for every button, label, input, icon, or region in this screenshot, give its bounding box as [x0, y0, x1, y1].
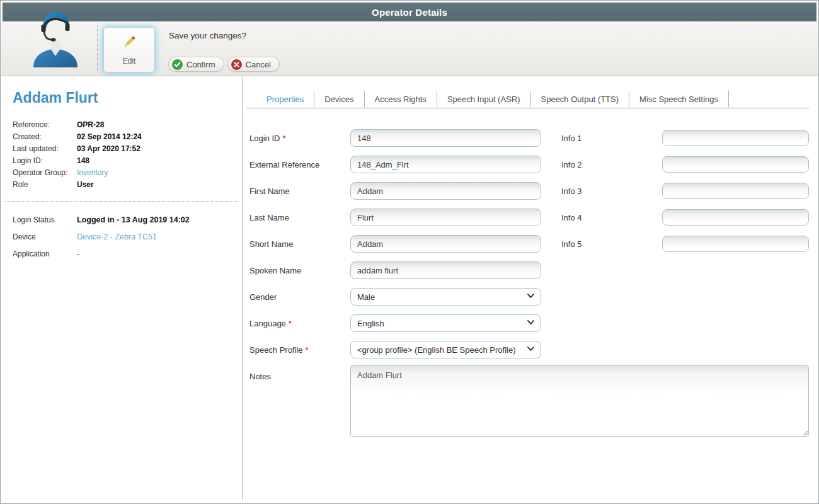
detail-label: Login ID: [13, 156, 77, 165]
operator-details-window: { "window": { "title": "Operator Details… [0, 0, 819, 504]
tab-speech-input-asr[interactable]: Speech Input (ASR) [437, 91, 531, 107]
status-label: Application [13, 249, 77, 258]
status-label: Login Status [13, 215, 77, 224]
status-label: Device [13, 232, 77, 241]
field-label: Notes [249, 365, 350, 437]
first-name-input[interactable] [350, 182, 541, 200]
detail-label: Last updated: [13, 144, 77, 153]
info-5-input[interactable] [662, 236, 809, 252]
pencil-icon [121, 34, 137, 53]
tab-properties[interactable]: Properties [256, 91, 314, 107]
device-link[interactable]: Device-2 - Zebra TC51 [77, 232, 157, 241]
detail-row-created: Created: 02 Sep 2014 12:24 [13, 130, 142, 142]
form-row-external-reference: External Reference [249, 151, 541, 178]
operator-summary-sidebar: Addam Flurt Reference: OPR-28 Created: 0… [1, 77, 242, 500]
detail-label: Reference: [13, 120, 77, 129]
form-row-spoken-name: Spoken Name [249, 257, 541, 284]
operator-group-link[interactable]: Inventory [77, 168, 108, 177]
spoken-name-input[interactable] [350, 261, 541, 279]
toolbar: Edit Save your changes? Confirm C [1, 21, 818, 76]
cancel-button[interactable]: Cancel [227, 57, 280, 72]
form-row-speech-profile: Speech Profile* <group profile> (English… [249, 336, 541, 363]
detail-row-operator-group: Operator Group: Inventory [13, 166, 142, 178]
form-row-last-name: Last Name [249, 204, 541, 231]
toolbar-separator [97, 26, 98, 72]
field-label: First Name [249, 186, 350, 196]
info-2-input[interactable] [662, 156, 809, 173]
cancel-x-icon [231, 59, 242, 70]
detail-row-last-updated: Last updated: 03 Apr 2020 17:52 [13, 142, 142, 154]
required-marker: * [306, 345, 309, 355]
tab-speech-output-tts[interactable]: Speech Output (TTS) [531, 91, 630, 107]
tab-misc-speech-settings[interactable]: Misc Speech Settings [629, 91, 729, 107]
field-label: External Reference [249, 160, 350, 169]
speech-profile-select[interactable]: <group profile> (English BE Speech Profi… [350, 341, 541, 358]
gender-select[interactable]: Male [350, 288, 541, 306]
operator-details-block: Reference: OPR-28 Created: 02 Sep 2014 1… [13, 118, 142, 190]
form-row-notes: Notes Addam Flurt [249, 365, 809, 437]
confirm-button-label: Confirm [186, 60, 215, 69]
detail-label: Role [13, 180, 77, 189]
detail-value: User [77, 180, 94, 189]
edit-button-label: Edit [123, 57, 136, 66]
form-row-gender: Gender Male [249, 284, 541, 310]
field-label: Speech Profile* [249, 345, 350, 355]
field-label: Spoken Name [249, 266, 350, 275]
language-select[interactable]: English [350, 314, 541, 332]
confirm-button[interactable]: Confirm [168, 57, 224, 72]
notes-textarea[interactable]: Addam Flurt [350, 365, 809, 437]
sidebar-separator [4, 201, 239, 202]
field-label: Language* [249, 319, 350, 328]
field-label: Last Name [249, 213, 350, 222]
tab-access-rights[interactable]: Access Rights [365, 91, 437, 107]
form-row-info-4: Info 4 [561, 204, 809, 231]
form-row-info-2: Info 2 [561, 151, 809, 178]
last-name-input[interactable] [350, 209, 541, 226]
info-4-input[interactable] [662, 209, 809, 226]
operator-name-heading: Addam Flurt [13, 89, 98, 106]
form-row-info-3: Info 3 [561, 178, 809, 204]
field-label: Info 1 [561, 134, 662, 143]
field-label: Login ID* [249, 134, 350, 143]
confirm-cancel-row: Confirm Cancel [168, 57, 280, 72]
field-label: Info 2 [561, 160, 662, 169]
field-label: Info 3 [561, 186, 662, 196]
external-reference-input[interactable] [350, 156, 541, 173]
chevron-down-icon [527, 318, 535, 328]
edit-button[interactable]: Edit [103, 27, 155, 72]
form-row-info-5: Info 5 [561, 231, 809, 257]
status-row-login-status: Login Status Logged in - 13 Aug 2019 14:… [13, 211, 190, 228]
chevron-down-icon [527, 345, 535, 355]
status-row-device: Device Device-2 - Zebra TC51 [13, 228, 190, 245]
form-row-info-1: Info 1 [561, 125, 809, 151]
speech-profile-select-value: <group profile> (English BE Speech Profi… [357, 345, 515, 355]
short-name-input[interactable] [350, 235, 541, 253]
operator-avatar-icon [24, 6, 87, 70]
form-row-short-name: Short Name [249, 231, 541, 257]
save-prompt-text: Save your changes? [169, 31, 246, 40]
detail-value: 148 [77, 156, 89, 165]
detail-value: 03 Apr 2020 17:52 [77, 144, 140, 153]
detail-row-login-id: Login ID: 148 [13, 154, 142, 166]
confirm-check-icon [172, 59, 183, 70]
tab-devices[interactable]: Devices [314, 91, 364, 107]
properties-form-right: Info 1 Info 2 Info 3 Info 4 Info 5 [561, 125, 809, 257]
form-row-first-name: First Name [249, 178, 541, 204]
info-1-input[interactable] [662, 130, 809, 146]
window-title: Operator Details [372, 7, 447, 18]
language-select-value: English [357, 319, 384, 328]
detail-row-role: Role User [13, 178, 142, 190]
detail-value: 02 Sep 2014 12:24 [77, 132, 142, 141]
status-row-application: Application - [13, 245, 190, 262]
detail-label: Created: [13, 132, 77, 141]
gender-select-value: Male [357, 292, 375, 302]
chevron-down-icon [527, 292, 535, 302]
login-id-input[interactable] [350, 129, 541, 147]
login-status-block: Login Status Logged in - 13 Aug 2019 14:… [13, 211, 190, 262]
login-status-value: Logged in - 13 Aug 2019 14:02 [77, 215, 190, 224]
detail-row-reference: Reference: OPR-28 [13, 118, 142, 130]
form-row-login-id: Login ID* [249, 125, 541, 151]
title-bar: Operator Details [3, 3, 816, 21]
info-3-input[interactable] [662, 183, 809, 199]
field-label: Info 4 [561, 213, 662, 222]
